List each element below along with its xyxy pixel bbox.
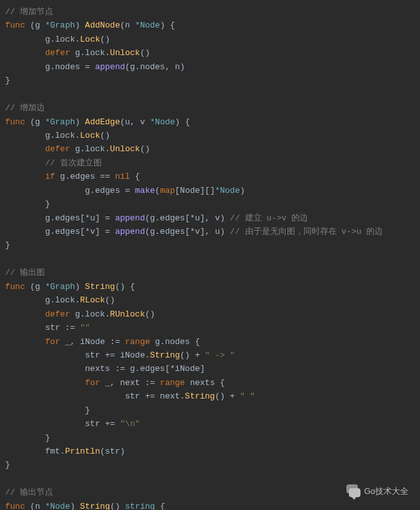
- comment: // 输出节点: [5, 488, 53, 497]
- comment: // 输出图: [5, 268, 45, 277]
- keyword-func: func: [5, 21, 25, 30]
- code-block: // 增加节点 func (g *Graph) AddNode(n *Node)…: [0, 0, 420, 510]
- comment: // 增加边: [5, 103, 45, 113]
- comment: // 增加节点: [5, 7, 53, 17]
- method-name: AddNode: [85, 21, 120, 30]
